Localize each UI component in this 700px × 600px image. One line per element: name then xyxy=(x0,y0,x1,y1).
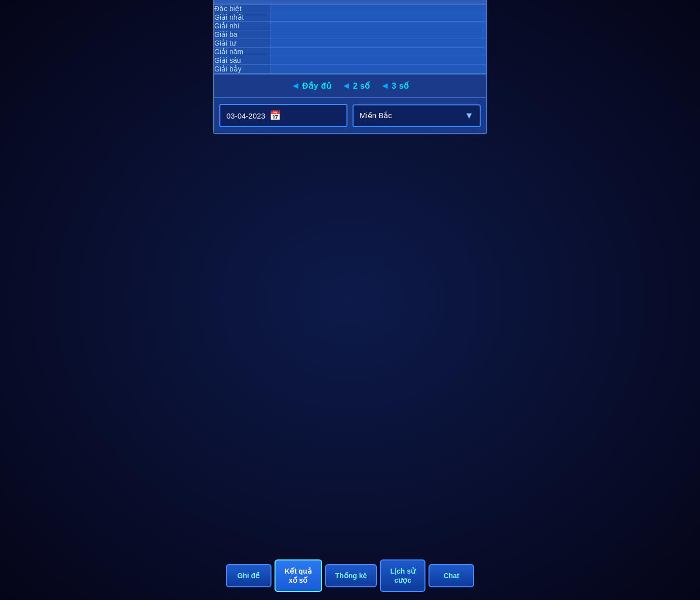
prize-value-giai-sau xyxy=(270,56,486,65)
filter-day-du-label: Đầy đủ xyxy=(302,81,332,91)
arrow-icon-ba-so: ◄ xyxy=(380,81,390,91)
prize-value-giai-nhi xyxy=(270,22,486,30)
prize-label-giai-ba: Giải ba xyxy=(214,30,270,39)
panel-title: Xổ số Miền Bắc Thứ hai 03-04-2023 xyxy=(214,0,486,5)
prize-value-giai-tu xyxy=(270,39,486,48)
arrow-icon-hai-so: ◄ xyxy=(341,81,351,91)
filter-hai-so-label: 2 số xyxy=(353,81,370,91)
nav-ghi-de-label: Ghi đề xyxy=(237,572,260,580)
nav-lich-su-cuoc-button[interactable]: Lịch sửcược xyxy=(380,559,425,592)
nav-ket-qua-xo-so-label: Kết quảxổ số xyxy=(285,567,312,584)
arrow-icon-day-du: ◄ xyxy=(291,81,300,91)
prize-row-giai-ba: Giải ba xyxy=(214,30,486,39)
bottom-navigation: Ghi đề Kết quảxổ số Thống kê Lịch sửcược… xyxy=(0,553,700,600)
prize-label-giai-sau: Giải sáu xyxy=(214,56,270,65)
date-value: 03-04-2023 xyxy=(226,111,265,120)
prize-value-dac-biet xyxy=(270,5,486,13)
nav-ghi-de-button[interactable]: Ghi đề xyxy=(226,564,271,587)
prize-label-dac-biet: Đặc biệt xyxy=(214,5,270,13)
prize-row-giai-bay: Giải bảy xyxy=(214,65,486,73)
date-picker[interactable]: 03-04-2023 📅 xyxy=(219,104,347,127)
controls-row: 03-04-2023 📅 Miền Bắc ▼ xyxy=(214,97,486,133)
filter-hai-so-button[interactable]: ◄ 2 số xyxy=(341,81,370,91)
nav-lich-su-cuoc-label: Lịch sửcược xyxy=(390,567,415,584)
lottery-table: Đặc biệt Giải nhất Giải nhì Giải ba Giải… xyxy=(214,5,486,73)
lottery-panel: Xổ số Miền Bắc Thứ hai 03-04-2023 Đặc bi… xyxy=(213,0,487,134)
nav-chat-button[interactable]: Chat xyxy=(429,564,474,587)
prize-value-giai-bay xyxy=(270,65,486,73)
prize-label-giai-bay: Giải bảy xyxy=(214,65,270,73)
filter-ba-so-button[interactable]: ◄ 3 số xyxy=(380,81,409,91)
prize-row-dac-biet: Đặc biệt xyxy=(214,5,486,13)
filter-bar: ◄ Đầy đủ ◄ 2 số ◄ 3 số xyxy=(214,73,486,97)
prize-row-giai-nam: Giải năm xyxy=(214,48,486,56)
region-value: Miền Bắc xyxy=(360,111,392,120)
prize-label-giai-nam: Giải năm xyxy=(214,48,270,56)
prize-row-giai-tu: Giải tư xyxy=(214,39,486,48)
filter-day-du-button[interactable]: ◄ Đầy đủ xyxy=(291,81,331,91)
nav-thong-ke-button[interactable]: Thống kê xyxy=(325,564,377,587)
prize-value-giai-nam xyxy=(270,48,486,56)
prize-value-giai-ba xyxy=(270,30,486,39)
prize-value-giai-nhat xyxy=(270,13,486,22)
nav-thong-ke-label: Thống kê xyxy=(335,572,367,580)
prize-row-giai-nhat: Giải nhất xyxy=(214,13,486,22)
prize-label-giai-nhi: Giải nhì xyxy=(214,22,270,30)
prize-label-giai-tu: Giải tư xyxy=(214,39,270,48)
nav-ket-qua-xo-so-button[interactable]: Kết quảxổ số xyxy=(275,559,322,592)
calendar-icon: 📅 xyxy=(269,110,281,121)
region-dropdown[interactable]: Miền Bắc ▼ xyxy=(353,104,481,127)
nav-chat-label: Chat xyxy=(444,572,459,580)
prize-row-giai-sau: Giải sáu xyxy=(214,56,486,65)
prize-label-giai-nhat: Giải nhất xyxy=(214,13,270,22)
dropdown-arrow-icon: ▼ xyxy=(464,110,474,121)
filter-ba-so-label: 3 số xyxy=(392,81,409,91)
prize-row-giai-nhi: Giải nhì xyxy=(214,22,486,30)
